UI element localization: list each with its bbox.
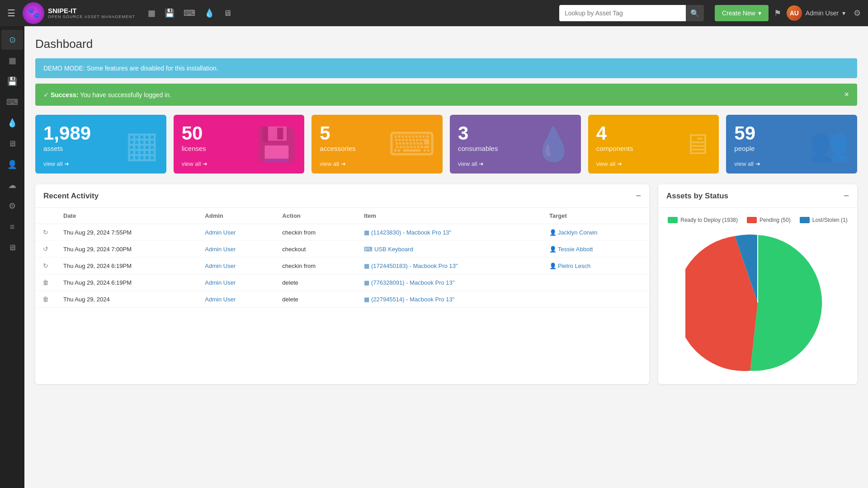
row-icon: ↻ (35, 258, 56, 274)
sidebar-item-reports[interactable]: ≡ (1, 217, 23, 237)
legend-pending: Pending (50) (747, 217, 791, 223)
row-icon: ↻ (35, 224, 56, 241)
hamburger-menu-icon[interactable]: ☰ (7, 8, 15, 19)
search-area: 🔍 (559, 5, 704, 21)
sidebar-item-upload[interactable]: ☁ (1, 175, 23, 195)
sidebar-item-dashboard[interactable]: ⊙ (1, 30, 23, 50)
row-item: ⌨ USB Keyboard (357, 241, 542, 258)
row-item: ▦ (776328091) - Macbook Pro 13" (357, 274, 542, 291)
table-row: ↺ Thu Aug 29, 2024 7:00PM Admin User che… (35, 241, 649, 258)
table-row: 🗑 Thu Aug 29, 2024 6:19PM Admin User del… (35, 274, 649, 291)
stat-card-people[interactable]: 👥 59 people view all ➜ (726, 115, 857, 174)
row-target: 👤Jacklyn Corwin (542, 224, 649, 241)
stat-card-assets[interactable]: ▦ 1,989 assets view all ➜ (35, 115, 166, 174)
pie-slice-ready (750, 235, 822, 371)
row-admin: Admin User (198, 258, 275, 274)
legend-lost: Lost/Stolen (1) (800, 217, 848, 223)
flag-icon[interactable]: ⚑ (774, 8, 781, 18)
chart-legend: Ready to Deploy (1938) Pending (50) Lost… (668, 217, 848, 223)
people-label: people (734, 145, 849, 152)
row-target (542, 291, 649, 308)
droplet-icon[interactable]: 💧 (204, 8, 214, 18)
table-row: ↻ Thu Aug 29, 2024 6:19PM Admin User che… (35, 258, 649, 274)
row-action: checkin from (275, 258, 357, 274)
stat-cards: ▦ 1,989 assets view all ➜ 💾 50 licenses … (35, 115, 857, 174)
keyboard-icon[interactable]: ⌨ (184, 8, 195, 18)
recent-activity-header: Recent Activity − (35, 184, 649, 208)
legend-ready-dot (668, 217, 678, 223)
row-target (542, 274, 649, 291)
admin-user-area[interactable]: AU Admin User ▾ (787, 5, 845, 21)
legend-ready-label: Ready to Deploy (1938) (680, 217, 738, 223)
demo-alert-message: DEMO MODE: Some features are disabled fo… (43, 65, 218, 72)
search-input[interactable] (559, 5, 686, 21)
components-bg-icon: 🖥 (683, 127, 712, 161)
success-alert-message: ✓ Success: You have successfully logged … (43, 91, 171, 99)
row-item: ▦ (11423830) - Macbook Pro 13" (357, 224, 542, 241)
col-icon (35, 208, 56, 224)
sidebar-item-settings[interactable]: ⚙ (1, 196, 23, 216)
activity-table-head: Date Admin Action Item Target (35, 208, 649, 224)
legend-pending-dot (747, 217, 757, 223)
row-date: Thu Aug 29, 2024 7:55PM (56, 224, 198, 241)
demo-alert: DEMO MODE: Some features are disabled fo… (35, 58, 857, 78)
assets-by-status-minimize[interactable]: − (844, 191, 849, 201)
save-icon[interactable]: 💾 (165, 8, 175, 18)
components-label: components (596, 145, 711, 152)
logo-icon: 🐾 (23, 2, 44, 24)
legend-lost-dot (800, 217, 810, 223)
row-action: delete (275, 291, 357, 308)
sidebar-item-assets[interactable]: ▦ (1, 51, 23, 70)
activity-table-scroll[interactable]: Date Admin Action Item Target ↻ Thu Aug … (35, 208, 649, 308)
components-view-all-link[interactable]: view all ➜ (596, 160, 711, 167)
row-date: Thu Aug 29, 2024 6:19PM (56, 274, 198, 291)
pie-chart (685, 230, 830, 375)
activity-table-header-row: Date Admin Action Item Target (35, 208, 649, 224)
sidebar-item-licenses[interactable]: 💾 (1, 71, 23, 91)
row-date: Thu Aug 29, 2024 6:19PM (56, 258, 198, 274)
success-alert: ✓ Success: You have successfully logged … (35, 84, 857, 106)
top-navigation: ☰ 🐾 SNIPE-IT OPEN SOURCE ASSET MANAGEMEN… (0, 0, 868, 26)
search-button[interactable]: 🔍 (686, 5, 704, 21)
admin-user-label: Admin User (806, 9, 839, 17)
stat-card-components[interactable]: 🖥 4 components view all ➜ (588, 115, 719, 174)
row-admin: Admin User (198, 241, 275, 258)
recent-activity-minimize[interactable]: − (636, 191, 641, 201)
activity-table: Date Admin Action Item Target ↻ Thu Aug … (35, 208, 649, 308)
assets-by-status-header: Assets by Status − (658, 184, 857, 208)
gear-icon[interactable]: ⚙ (854, 8, 861, 18)
create-new-button[interactable]: Create New ▾ (715, 5, 769, 21)
row-item: ▦ (227945514) - Macbook Pro 13" (357, 291, 542, 308)
sidebar-item-monitor[interactable]: 🖥 (1, 238, 23, 258)
stat-card-licenses[interactable]: 💾 50 licenses view all ➜ (174, 115, 305, 174)
logo-area: 🐾 SNIPE-IT OPEN SOURCE ASSET MANAGEMENT (23, 2, 135, 24)
row-icon: ↺ (35, 241, 56, 258)
stat-card-consumables[interactable]: 💧 3 consumables view all ➜ (450, 115, 581, 174)
sidebar-item-accessories[interactable]: ⌨ (1, 92, 23, 112)
licenses-label: licenses (182, 145, 297, 152)
sidebar-item-people[interactable]: 👤 (1, 155, 23, 174)
legend-ready: Ready to Deploy (1938) (668, 217, 738, 223)
row-admin: Admin User (198, 291, 275, 308)
table-row: 🗑 Thu Aug 29, 2024 Admin User delete ▦ (… (35, 291, 649, 308)
sidebar-item-components[interactable]: 🖥 (1, 134, 23, 154)
stat-card-accessories[interactable]: ⌨ 5 accessories view all ➜ (311, 115, 443, 174)
app-name: SNIPE-IT (48, 7, 135, 15)
barcode-icon[interactable]: ▦ (148, 8, 156, 18)
page-title: Dashboard (35, 37, 857, 51)
logo-text-area: SNIPE-IT OPEN SOURCE ASSET MANAGEMENT (48, 7, 135, 19)
success-alert-close[interactable]: × (844, 90, 849, 99)
activity-table-body: ↻ Thu Aug 29, 2024 7:55PM Admin User che… (35, 224, 649, 308)
bottom-section: Recent Activity − Date Admin Action Item… (35, 184, 857, 384)
assets-by-status-title: Assets by Status (666, 192, 728, 201)
nav-icon-group: ▦ 💾 ⌨ 💧 🖥 (148, 8, 231, 18)
col-date: Date (56, 208, 198, 224)
monitor-icon[interactable]: 🖥 (223, 9, 231, 18)
row-admin: Admin User (198, 274, 275, 291)
sidebar-item-consumables[interactable]: 💧 (1, 113, 23, 133)
col-item: Item (357, 208, 542, 224)
row-admin: Admin User (198, 224, 275, 241)
create-new-label: Create New (722, 9, 755, 17)
assets-label: assets (43, 145, 158, 152)
avatar: AU (787, 5, 802, 21)
